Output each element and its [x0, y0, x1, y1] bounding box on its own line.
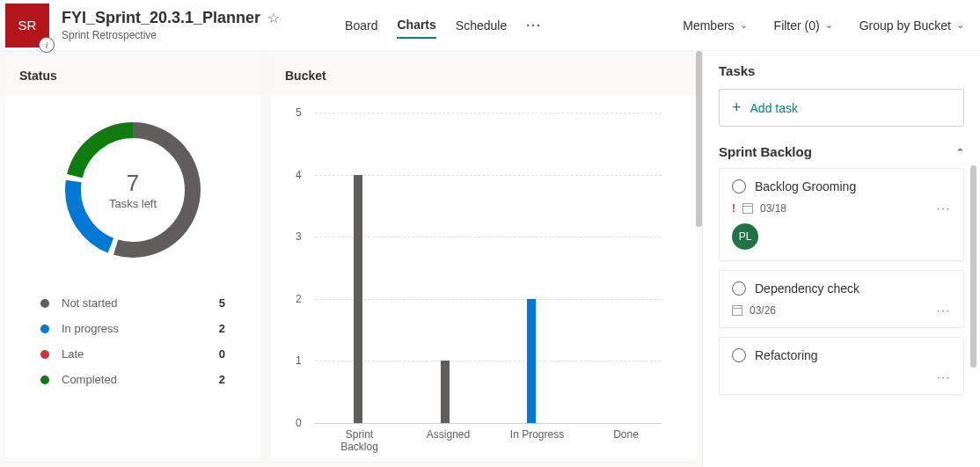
dot-icon — [40, 350, 49, 359]
donut-chart: 7 Tasks left — [5, 95, 260, 264]
tasks-heading: Tasks — [719, 63, 964, 78]
task-card[interactable]: Backlog Grooming!03/18···PL — [719, 168, 964, 261]
task-complete-radio[interactable] — [732, 281, 746, 296]
scrollbar[interactable] — [970, 165, 976, 368]
task-complete-radio[interactable] — [732, 348, 746, 362]
task-more-icon[interactable]: ··· — [937, 371, 951, 383]
bucket-section-header[interactable]: Sprint Backlog ⌄ — [719, 144, 964, 159]
title-block: FYI_Sprint_20.3.1_Planner ☆ Sprint Retro… — [62, 9, 280, 41]
y-tick-label: 3 — [296, 230, 302, 243]
assignee-avatar[interactable]: PL — [732, 223, 758, 250]
header-bar: SR i FYI_Sprint_20.3.1_Planner ☆ Sprint … — [0, 0, 980, 51]
x-tick-label: Done — [581, 428, 670, 453]
legend-completed: Completed 2 — [40, 367, 225, 392]
task-date: 03/18 — [760, 202, 786, 215]
bucket-name: Sprint Backlog — [719, 144, 812, 159]
chevron-up-icon: ⌄ — [956, 146, 964, 157]
x-tick-label: Assigned — [404, 428, 493, 453]
tasks-panel: Tasks + Add task Sprint Backlog ⌄ Backlo… — [702, 51, 980, 467]
add-task-button[interactable]: + Add task — [719, 89, 964, 127]
task-card[interactable]: Dependency check03/26··· — [719, 270, 964, 328]
calendar-icon — [742, 203, 753, 214]
urgent-icon: ! — [732, 202, 735, 215]
status-legend: Not started 5 In progress 2 Late 0 Compl… — [5, 264, 260, 401]
view-tabs: Board Charts Schedule ··· — [345, 12, 542, 39]
legend-not-started: Not started 5 — [40, 290, 225, 316]
y-tick-label: 5 — [296, 106, 302, 119]
task-more-icon[interactable]: ··· — [937, 304, 951, 317]
groupby-dropdown[interactable]: Group by Bucket ⌄ — [859, 18, 964, 33]
status-title: Status — [5, 56, 260, 95]
plan-title: FYI_Sprint_20.3.1_Planner — [62, 9, 260, 27]
status-card: Status 7 Tasks left Not started 5 — [5, 56, 260, 462]
task-date: 03/26 — [750, 304, 776, 317]
task-complete-radio[interactable] — [732, 179, 746, 193]
bar-segment — [354, 175, 362, 423]
legend-in-progress: In progress 2 — [40, 316, 225, 341]
members-dropdown[interactable]: Members ⌄ — [683, 18, 747, 33]
chevron-down-icon: ⌄ — [740, 19, 748, 31]
y-tick-label: 4 — [296, 169, 302, 181]
plus-icon: + — [732, 99, 742, 117]
more-tabs-icon[interactable]: ··· — [526, 18, 542, 33]
bucket-bar-chart: 012345 Sprint BacklogAssignedIn Progress… — [271, 95, 697, 462]
task-more-icon[interactable]: ··· — [937, 202, 951, 215]
donut-center-value: 7 — [127, 170, 139, 197]
task-title: Backlog Grooming — [755, 179, 856, 193]
scrollbar[interactable] — [696, 51, 702, 227]
header-actions: Members ⌄ Filter (0) ⌄ Group by Bucket ⌄ — [683, 18, 964, 33]
info-icon[interactable]: i — [39, 37, 55, 53]
tab-schedule[interactable]: Schedule — [456, 13, 507, 38]
y-tick-label: 1 — [296, 354, 302, 367]
bar-segment — [441, 361, 450, 423]
legend-late: Late 0 — [40, 341, 225, 367]
task-card[interactable]: Refactoring··· — [719, 337, 964, 395]
groupby-label: Group by Bucket — [859, 18, 951, 33]
dot-icon — [40, 325, 49, 333]
members-label: Members — [683, 18, 734, 33]
bar-segment — [527, 299, 536, 423]
chevron-down-icon: ⌄ — [956, 19, 964, 31]
tab-charts[interactable]: Charts — [397, 12, 435, 39]
task-title: Refactoring — [755, 348, 818, 362]
y-tick-label: 2 — [296, 293, 302, 305]
body: Status 7 Tasks left Not started 5 — [0, 51, 980, 467]
tab-board[interactable]: Board — [345, 13, 377, 38]
chevron-down-icon: ⌄ — [825, 19, 833, 31]
y-tick-label: 0 — [296, 417, 302, 429]
x-tick-label: Sprint Backlog — [315, 428, 404, 453]
dot-icon — [40, 376, 49, 384]
donut-center-label: Tasks left — [109, 197, 157, 210]
x-tick-label: In Progress — [493, 428, 581, 453]
plan-avatar-initials: SR — [18, 18, 37, 33]
plan-avatar: SR i — [5, 4, 49, 47]
filter-label: Filter (0) — [774, 18, 820, 33]
bucket-title: Bucket — [271, 56, 697, 95]
calendar-icon — [732, 305, 742, 316]
task-title: Dependency check — [755, 281, 859, 296]
task-list: Backlog Grooming!03/18···PLDependency ch… — [719, 168, 964, 395]
favorite-star-icon[interactable]: ☆ — [267, 11, 280, 26]
bucket-card: Bucket 012345 Sprint BacklogAssignedIn P… — [271, 56, 697, 462]
add-task-label: Add task — [750, 101, 798, 115]
dot-icon — [40, 299, 49, 308]
filter-dropdown[interactable]: Filter (0) ⌄ — [774, 18, 833, 33]
plan-subtitle: Sprint Retrospective — [62, 29, 280, 41]
